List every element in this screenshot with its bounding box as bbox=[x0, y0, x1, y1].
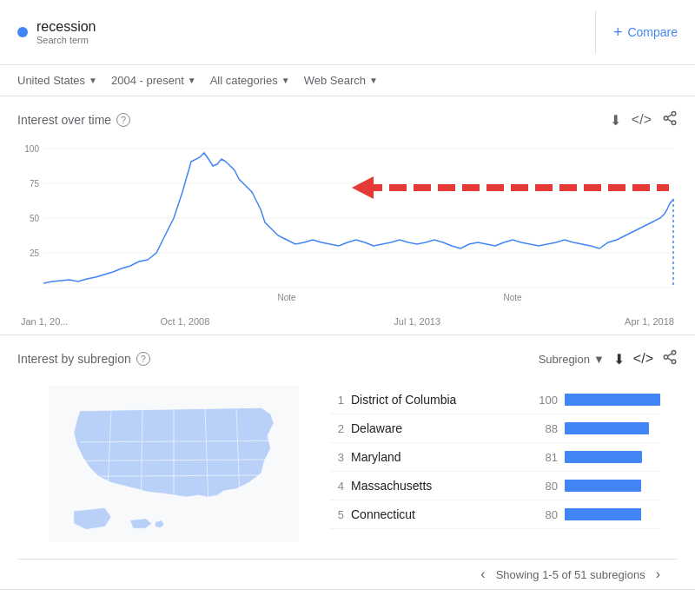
svg-point-2 bbox=[672, 121, 676, 125]
svg-text:Note: Note bbox=[503, 293, 522, 302]
search-term-block: recession Search term bbox=[17, 19, 578, 45]
category-filter[interactable]: All categories ▼ bbox=[210, 74, 290, 87]
table-row: 4 Massachusetts 80 bbox=[330, 472, 660, 500]
svg-point-19 bbox=[672, 351, 676, 355]
bar-5 bbox=[565, 508, 641, 520]
value-1: 100 bbox=[532, 394, 558, 407]
bar-2 bbox=[565, 422, 649, 434]
subregion-filter-arrow: ▼ bbox=[593, 353, 605, 366]
us-map-svg bbox=[35, 386, 313, 542]
search-term-text: recession Search term bbox=[36, 19, 96, 45]
subregion-actions: Subregion ▼ ⬇ </> bbox=[539, 349, 678, 368]
category-label: All categories bbox=[210, 74, 278, 87]
name-5: Connecticut bbox=[351, 507, 525, 521]
prev-page-button[interactable]: ‹ bbox=[480, 566, 485, 582]
iot-download-icon[interactable]: ⬇ bbox=[610, 112, 621, 129]
svg-line-4 bbox=[667, 115, 672, 117]
bar-wrap-1 bbox=[565, 394, 660, 406]
svg-point-1 bbox=[664, 116, 668, 121]
subregion-title: Interest by subregion ? bbox=[17, 352, 150, 366]
rank-3: 3 bbox=[330, 451, 344, 464]
svg-line-23 bbox=[667, 354, 672, 356]
chart-area: 100 75 50 25 Note Note Jan 1, 20... Oct … bbox=[17, 140, 678, 314]
search-type-label: Web Search bbox=[304, 74, 366, 87]
bar-wrap-5 bbox=[565, 508, 660, 520]
subregion-filter-label: Subregion bbox=[539, 353, 590, 366]
blue-dot-icon bbox=[17, 27, 28, 37]
pagination: ‹ Showing 1-5 of 51 subregions › bbox=[17, 559, 678, 589]
value-3: 81 bbox=[532, 451, 558, 464]
region-arrow-icon: ▼ bbox=[89, 76, 97, 85]
time-filter[interactable]: 2004 - present ▼ bbox=[111, 74, 196, 87]
iot-title-text: Interest over time bbox=[17, 113, 111, 127]
search-type-filter[interactable]: Web Search ▼ bbox=[304, 74, 378, 87]
svg-marker-16 bbox=[352, 176, 374, 199]
x-label-1: Jan 1, 20... bbox=[21, 316, 68, 327]
iot-share-icon[interactable] bbox=[662, 110, 678, 129]
compare-label: Compare bbox=[627, 25, 678, 39]
name-1: District of Columbia bbox=[351, 393, 525, 407]
value-2: 88 bbox=[532, 422, 558, 435]
subregion-filter-dropdown[interactable]: Subregion ▼ bbox=[539, 353, 605, 366]
compare-plus-icon: + bbox=[613, 23, 623, 42]
rank-5: 5 bbox=[330, 508, 344, 521]
interest-over-time-section: Interest over time ? ⬇ </> 100 75 bbox=[0, 96, 695, 335]
table-row: 5 Connecticut 80 bbox=[330, 500, 660, 529]
iot-code-icon[interactable]: </> bbox=[632, 112, 652, 128]
compare-button[interactable]: + Compare bbox=[613, 23, 678, 42]
svg-line-3 bbox=[667, 119, 672, 122]
svg-line-22 bbox=[667, 358, 672, 361]
us-map-area bbox=[35, 386, 313, 545]
section-header-iot: Interest over time ? ⬇ </> bbox=[17, 110, 678, 129]
subregion-download-icon[interactable]: ⬇ bbox=[613, 351, 625, 368]
subregion-share-icon[interactable] bbox=[662, 349, 678, 368]
svg-text:Note: Note bbox=[277, 293, 296, 302]
subregion-list: 1 District of Columbia 100 2 Delaware 88… bbox=[330, 386, 660, 545]
chart-svg: 100 75 50 25 Note Note bbox=[17, 140, 678, 314]
rank-1: 1 bbox=[330, 394, 344, 407]
subregion-help-icon[interactable]: ? bbox=[136, 352, 150, 366]
iot-actions: ⬇ </> bbox=[610, 110, 678, 129]
search-type-arrow-icon: ▼ bbox=[369, 76, 378, 85]
name-2: Delaware bbox=[351, 421, 525, 435]
svg-point-0 bbox=[672, 112, 676, 116]
bar-4 bbox=[565, 480, 641, 492]
name-4: Massachusetts bbox=[351, 479, 525, 493]
bottom-section: 1 District of Columbia 100 2 Delaware 88… bbox=[17, 372, 678, 559]
bar-1 bbox=[565, 394, 660, 406]
x-label-6: Apr 1, 2018 bbox=[625, 316, 674, 327]
table-row: 2 Delaware 88 bbox=[330, 414, 660, 443]
subregion-code-icon[interactable]: </> bbox=[633, 351, 653, 367]
x-label-2: Oct 1, 2008 bbox=[160, 316, 209, 327]
bar-wrap-2 bbox=[565, 422, 660, 434]
iot-help-icon[interactable]: ? bbox=[116, 113, 130, 127]
time-arrow-icon: ▼ bbox=[188, 76, 196, 85]
bar-wrap-4 bbox=[565, 480, 660, 492]
interest-by-subregion-section: Interest by subregion ? Subregion ▼ ⬇ </… bbox=[0, 335, 695, 590]
svg-text:50: 50 bbox=[30, 214, 40, 223]
svg-text:25: 25 bbox=[30, 248, 40, 258]
bar-3 bbox=[565, 451, 642, 463]
region-label: United States bbox=[17, 74, 85, 87]
next-page-button[interactable]: › bbox=[656, 566, 660, 582]
rank-4: 4 bbox=[330, 480, 344, 493]
filters-bar: United States ▼ 2004 - present ▼ All cat… bbox=[0, 65, 695, 96]
header-divider bbox=[595, 10, 596, 54]
svg-point-20 bbox=[664, 355, 668, 360]
name-3: Maryland bbox=[351, 450, 525, 464]
chart-x-labels: Jan 1, 20... Oct 1, 2008 Jul 1, 2013 Apr… bbox=[17, 316, 678, 327]
time-label: 2004 - present bbox=[111, 74, 184, 87]
subregion-title-text: Interest by subregion bbox=[17, 352, 131, 366]
svg-text:75: 75 bbox=[30, 179, 40, 189]
search-term-title: recession bbox=[36, 19, 96, 35]
rank-2: 2 bbox=[330, 422, 344, 435]
search-term-sub: Search term bbox=[36, 35, 96, 45]
value-5: 80 bbox=[532, 508, 558, 521]
bar-wrap-3 bbox=[565, 451, 660, 463]
table-row: 1 District of Columbia 100 bbox=[330, 386, 660, 414]
region-filter[interactable]: United States ▼ bbox=[17, 74, 97, 87]
subregion-section-header: Interest by subregion ? Subregion ▼ ⬇ </… bbox=[17, 349, 678, 368]
header: recession Search term + Compare bbox=[0, 0, 695, 65]
section-title-iot: Interest over time ? bbox=[17, 113, 130, 127]
pagination-text: Showing 1-5 of 51 subregions bbox=[496, 568, 645, 581]
